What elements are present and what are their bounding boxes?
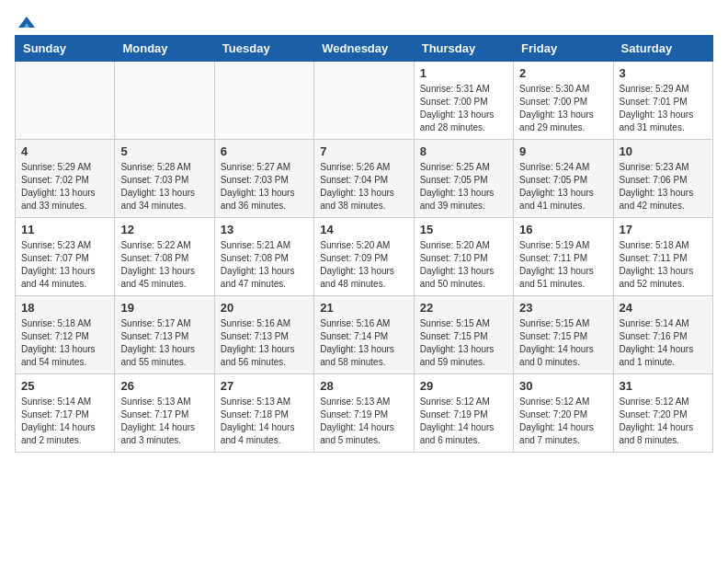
- day-info-line: Daylight: 13 hours: [120, 188, 195, 198]
- weekday-header-tuesday: Tuesday: [214, 36, 313, 62]
- day-info-line: Sunset: 7:15 PM: [519, 331, 587, 341]
- calendar-cell: 11Sunrise: 5:23 AMSunset: 7:07 PMDayligh…: [16, 218, 115, 296]
- day-info-line: and 5 minutes.: [320, 435, 381, 445]
- day-number: 6: [221, 144, 308, 158]
- day-info-line: Daylight: 13 hours: [21, 344, 96, 354]
- day-info-line: Sunrise: 5:23 AM: [21, 240, 91, 250]
- day-info-line: Daylight: 13 hours: [620, 109, 694, 120]
- day-info-line: Sunrise: 5:22 AM: [120, 240, 190, 250]
- day-info-line: Sunrise: 5:17 AM: [120, 318, 190, 328]
- day-number: 10: [620, 144, 707, 158]
- day-info: Sunrise: 5:12 AMSunset: 7:20 PMDaylight:…: [620, 396, 707, 447]
- day-info-line: Sunrise: 5:31 AM: [420, 84, 490, 94]
- day-info-line: Daylight: 14 hours: [21, 422, 96, 432]
- day-info: Sunrise: 5:15 AMSunset: 7:15 PMDaylight:…: [420, 317, 507, 369]
- day-number: 27: [221, 379, 308, 393]
- calendar-cell: [314, 62, 414, 140]
- day-number: 29: [420, 379, 507, 393]
- day-number: 24: [620, 301, 707, 315]
- day-info: Sunrise: 5:23 AMSunset: 7:06 PMDaylight:…: [620, 161, 707, 213]
- day-info-line: Daylight: 14 hours: [120, 422, 195, 432]
- day-info-line: Sunset: 7:10 PM: [420, 253, 488, 263]
- day-info: Sunrise: 5:12 AMSunset: 7:19 PMDaylight:…: [420, 396, 507, 447]
- day-info-line: and 7 minutes.: [519, 435, 580, 445]
- calendar-cell: 7Sunrise: 5:26 AMSunset: 7:04 PMDaylight…: [314, 140, 414, 218]
- day-info: Sunrise: 5:17 AMSunset: 7:13 PMDaylight:…: [120, 317, 208, 369]
- day-info-line: Sunset: 7:19 PM: [420, 409, 488, 419]
- day-info: Sunrise: 5:30 AMSunset: 7:00 PMDaylight:…: [519, 83, 607, 134]
- day-info-line: Sunrise: 5:20 AM: [320, 240, 390, 250]
- day-info: Sunrise: 5:13 AMSunset: 7:18 PMDaylight:…: [221, 396, 308, 447]
- day-info-line: Daylight: 13 hours: [519, 109, 594, 120]
- day-info-line: Sunset: 7:18 PM: [221, 409, 289, 419]
- day-number: 23: [519, 301, 607, 315]
- day-number: 5: [120, 144, 208, 158]
- day-info-line: and 59 minutes.: [420, 357, 485, 367]
- day-info-line: Daylight: 14 hours: [320, 422, 394, 432]
- weekday-header-friday: Friday: [514, 36, 613, 62]
- day-info-line: and 6 minutes.: [420, 435, 481, 445]
- calendar-cell: 30Sunrise: 5:12 AMSunset: 7:20 PMDayligh…: [514, 374, 613, 453]
- weekday-header-thursday: Thursday: [414, 36, 513, 62]
- day-info-line: Sunset: 7:14 PM: [320, 331, 388, 341]
- calendar-week-1: 1Sunrise: 5:31 AMSunset: 7:00 PMDaylight…: [16, 62, 713, 140]
- day-info-line: and 56 minutes.: [221, 357, 286, 367]
- calendar-cell: 22Sunrise: 5:15 AMSunset: 7:15 PMDayligh…: [414, 296, 513, 374]
- day-info-line: Daylight: 13 hours: [620, 188, 694, 198]
- day-info: Sunrise: 5:28 AMSunset: 7:03 PMDaylight:…: [120, 161, 208, 213]
- day-info: Sunrise: 5:29 AMSunset: 7:01 PMDaylight:…: [620, 83, 707, 134]
- day-info-line: Sunrise: 5:13 AM: [221, 396, 290, 407]
- calendar-cell: 15Sunrise: 5:20 AMSunset: 7:10 PMDayligh…: [414, 218, 513, 296]
- day-number: 4: [21, 144, 108, 158]
- day-info-line: Sunset: 7:17 PM: [120, 409, 188, 419]
- day-info: Sunrise: 5:14 AMSunset: 7:17 PMDaylight:…: [21, 396, 108, 447]
- day-info-line: Sunset: 7:12 PM: [21, 331, 89, 341]
- day-info-line: and 4 minutes.: [221, 435, 281, 445]
- day-number: 31: [620, 379, 707, 393]
- day-number: 17: [620, 223, 707, 236]
- day-info-line: Sunrise: 5:25 AM: [420, 162, 490, 172]
- day-info-line: Sunrise: 5:15 AM: [420, 318, 490, 328]
- calendar-cell: 17Sunrise: 5:18 AMSunset: 7:11 PMDayligh…: [613, 218, 712, 296]
- day-number: 14: [320, 223, 407, 236]
- calendar-cell: 24Sunrise: 5:14 AMSunset: 7:16 PMDayligh…: [613, 296, 712, 374]
- day-info-line: and 29 minutes.: [519, 122, 585, 132]
- day-info-line: Sunrise: 5:14 AM: [620, 318, 689, 328]
- day-info-line: Sunset: 7:15 PM: [420, 331, 488, 341]
- day-info-line: Daylight: 14 hours: [519, 344, 594, 354]
- day-info-line: Daylight: 13 hours: [21, 188, 96, 198]
- calendar-cell: 2Sunrise: 5:30 AMSunset: 7:00 PMDaylight…: [514, 62, 613, 140]
- day-info-line: Sunset: 7:05 PM: [420, 175, 488, 185]
- day-info-line: Sunset: 7:16 PM: [620, 331, 688, 341]
- day-number: 22: [420, 301, 507, 315]
- day-number: 12: [120, 223, 208, 236]
- day-info-line: and 54 minutes.: [21, 357, 86, 367]
- day-info-line: Daylight: 13 hours: [620, 266, 694, 276]
- calendar-cell: [115, 62, 214, 140]
- day-info-line: Daylight: 14 hours: [420, 422, 495, 432]
- weekday-header-sunday: Sunday: [16, 36, 115, 62]
- day-number: 15: [420, 223, 507, 236]
- day-info: Sunrise: 5:18 AMSunset: 7:11 PMDaylight:…: [620, 239, 707, 291]
- day-info: Sunrise: 5:23 AMSunset: 7:07 PMDaylight:…: [21, 239, 108, 291]
- day-number: 9: [519, 144, 607, 158]
- calendar-cell: 19Sunrise: 5:17 AMSunset: 7:13 PMDayligh…: [115, 296, 214, 374]
- day-info-line: Sunset: 7:11 PM: [519, 253, 587, 263]
- day-info: Sunrise: 5:13 AMSunset: 7:19 PMDaylight:…: [320, 396, 407, 447]
- day-info-line: Daylight: 14 hours: [620, 422, 694, 432]
- day-number: 13: [221, 223, 308, 236]
- day-info-line: and 48 minutes.: [320, 279, 385, 289]
- day-info-line: Daylight: 13 hours: [221, 344, 295, 354]
- calendar-week-3: 11Sunrise: 5:23 AMSunset: 7:07 PMDayligh…: [16, 218, 713, 296]
- calendar-cell: 29Sunrise: 5:12 AMSunset: 7:19 PMDayligh…: [414, 374, 513, 453]
- day-info-line: Sunset: 7:13 PM: [221, 331, 289, 341]
- calendar-cell: 10Sunrise: 5:23 AMSunset: 7:06 PMDayligh…: [613, 140, 712, 218]
- calendar-cell: 18Sunrise: 5:18 AMSunset: 7:12 PMDayligh…: [16, 296, 115, 374]
- day-info: Sunrise: 5:20 AMSunset: 7:10 PMDaylight:…: [420, 239, 507, 291]
- day-info: Sunrise: 5:26 AMSunset: 7:04 PMDaylight:…: [320, 161, 407, 213]
- day-info-line: Daylight: 13 hours: [320, 266, 394, 276]
- day-info-line: Sunrise: 5:12 AM: [420, 396, 490, 407]
- day-info-line: Sunrise: 5:12 AM: [519, 396, 589, 407]
- day-info-line: Sunrise: 5:19 AM: [519, 240, 589, 250]
- day-info-line: Daylight: 13 hours: [519, 266, 594, 276]
